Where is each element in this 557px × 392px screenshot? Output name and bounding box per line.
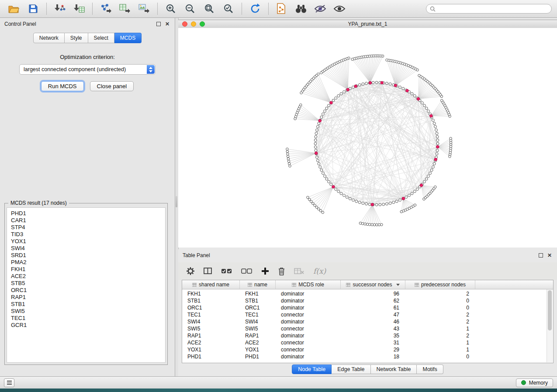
dominator-node[interactable] [371, 203, 374, 206]
dominator-node[interactable] [354, 85, 357, 88]
dominator-node[interactable] [318, 119, 322, 122]
tab-network[interactable]: Network [33, 33, 65, 43]
column-header-successor-nodes[interactable]: successor nodes [341, 280, 405, 289]
table-scrollbar[interactable] [547, 289, 553, 362]
float-panel-button[interactable] [156, 21, 162, 27]
open-file-button[interactable] [5, 1, 23, 16]
mcds-result-item[interactable]: STP4 [11, 224, 165, 231]
tab-motifs[interactable]: Motifs [417, 364, 443, 374]
network-canvas[interactable] [178, 28, 557, 248]
memory-button[interactable]: Memory [516, 378, 553, 387]
dominator-node[interactable] [332, 186, 335, 189]
mcds-result-item[interactable]: STB5 [11, 280, 165, 287]
mcds-result-item[interactable]: SRD1 [11, 252, 165, 259]
search-field[interactable] [426, 4, 552, 14]
dominator-node[interactable] [315, 152, 318, 155]
table-row[interactable]: ORC1ORC1dominator610 [182, 304, 553, 311]
mcds-result-item[interactable]: SWI5 [11, 308, 165, 315]
maximize-window-button[interactable] [200, 21, 205, 27]
table-row[interactable]: TEC1TEC1connector472 [182, 311, 553, 318]
scrollbar-thumb[interactable] [548, 290, 552, 330]
dominator-node[interactable] [402, 197, 405, 200]
column-header-predecessor-nodes[interactable]: predecessor nodes [405, 280, 475, 289]
level-of-detail-button[interactable] [311, 1, 329, 16]
tab-network-table[interactable]: Network Table [371, 364, 417, 374]
mcds-result-item[interactable]: PHD1 [11, 210, 165, 217]
column-header-shared-name[interactable]: shared name [182, 280, 240, 289]
mcds-result-item[interactable]: ACE2 [11, 273, 165, 280]
network-window-titlebar[interactable]: YPA_prune.txt_1 [178, 20, 557, 28]
mcds-result-item[interactable]: TEC1 [11, 315, 165, 322]
search-input[interactable] [438, 5, 548, 12]
mcds-result-item[interactable]: CAR1 [11, 217, 165, 224]
dominator-node[interactable] [369, 81, 372, 84]
export-network-button[interactable] [97, 1, 114, 16]
splitter-grip[interactable] [176, 196, 177, 207]
table-row[interactable]: FKH1FKH1dominator962 [182, 290, 553, 297]
zoom-fit-button[interactable] [201, 1, 218, 16]
mcds-result-item[interactable]: TID3 [11, 231, 165, 238]
close-panel-button[interactable]: ✕ [164, 21, 170, 27]
export-image-button[interactable] [135, 1, 153, 16]
save-session-button[interactable] [24, 1, 42, 16]
dominator-node[interactable] [346, 88, 349, 91]
dominator-node[interactable] [381, 81, 384, 84]
select-all-rows-button[interactable] [221, 265, 232, 277]
dominator-node[interactable] [330, 101, 333, 104]
mcds-result-item[interactable]: GCR1 [11, 322, 165, 329]
table-row[interactable]: SWI5SWI5connector431 [182, 325, 553, 332]
column-header-name[interactable]: name [240, 280, 276, 289]
close-table-panel-button[interactable]: ✕ [547, 252, 553, 258]
table-row[interactable]: STB1STB1dominator620 [182, 297, 553, 304]
dominator-node[interactable] [406, 89, 409, 92]
tab-style[interactable]: Style [65, 33, 88, 43]
export-table-button[interactable] [116, 1, 134, 16]
dominator-node[interactable] [420, 184, 423, 187]
close-window-button[interactable] [182, 21, 187, 27]
dominator-node[interactable] [394, 84, 397, 87]
table-row[interactable]: RAP1RAP1dominator352 [182, 332, 553, 339]
show-graphics-details-button[interactable] [331, 1, 348, 16]
tab-edge-table[interactable]: Edge Table [332, 364, 370, 374]
mcds-result-item[interactable]: FKH1 [11, 266, 165, 273]
zoom-out-button[interactable] [181, 1, 199, 16]
tab-node-table[interactable]: Node Table [292, 364, 332, 374]
import-network-button[interactable] [51, 1, 69, 16]
mcds-result-item[interactable]: YOX1 [11, 238, 165, 245]
mcds-result-item[interactable]: SWI4 [11, 245, 165, 252]
search-network-button[interactable] [292, 1, 310, 16]
minimize-window-button[interactable] [191, 21, 196, 27]
mcds-result-item[interactable]: STB1 [11, 301, 165, 308]
mcds-result-item[interactable]: ORC1 [11, 287, 165, 294]
add-column-button[interactable] [261, 265, 269, 277]
import-table-button[interactable] [70, 1, 88, 16]
network-graph[interactable] [178, 28, 557, 248]
close-panel-button-mcds[interactable]: Close panel [90, 81, 134, 91]
table-settings-button[interactable] [186, 265, 195, 277]
network-file-button[interactable] [273, 1, 291, 16]
deselect-all-rows-button[interactable] [241, 265, 253, 277]
refresh-view-button[interactable] [246, 1, 264, 16]
dominator-node[interactable] [436, 145, 439, 148]
criterion-dropdown[interactable]: largest connected component (undirected) [19, 64, 156, 75]
zoom-selected-button[interactable] [220, 1, 237, 16]
zoom-in-button[interactable] [162, 1, 180, 16]
tab-mcds[interactable]: MCDS [114, 33, 142, 43]
show-columns-button[interactable] [204, 265, 212, 277]
mcds-result-item[interactable]: RAP1 [11, 294, 165, 301]
float-table-panel-button[interactable] [538, 252, 544, 258]
task-history-button[interactable] [4, 378, 14, 387]
dominator-node[interactable] [434, 158, 437, 161]
dominator-node[interactable] [429, 114, 432, 117]
function-builder-button[interactable]: f(x) [313, 265, 326, 277]
table-row[interactable]: PHD1PHD1dominator180 [182, 353, 553, 360]
table-row[interactable]: YOX1YOX1connector291 [182, 346, 553, 353]
tab-select[interactable]: Select [88, 33, 114, 43]
dominator-node[interactable] [417, 97, 420, 100]
mcds-result-list[interactable]: PHD1CAR1STP4TID3YOX1SWI4SRD1PMA2FKH1ACE2… [7, 207, 166, 363]
column-header-mcds-role[interactable]: MCDS role [276, 280, 341, 289]
mcds-result-item[interactable]: PMA2 [11, 259, 165, 266]
delete-table-button[interactable] [294, 265, 304, 277]
table-row[interactable]: ACE2ACE2connector311 [182, 339, 553, 346]
table-row[interactable]: SWI4SWI4dominator462 [182, 318, 553, 325]
